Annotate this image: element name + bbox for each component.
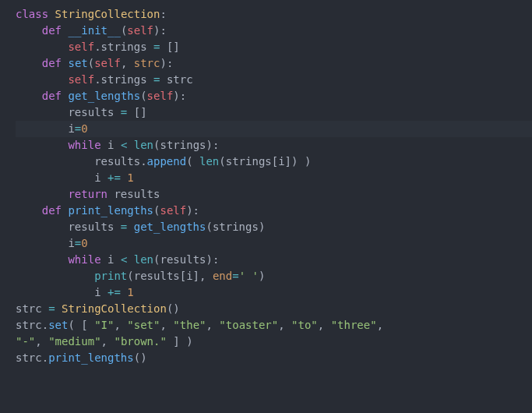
token-punct: results [107, 188, 160, 200]
token-punct: ): [160, 57, 173, 69]
token-kw: class [16, 8, 48, 20]
token-fn: print_lengths [48, 351, 134, 364]
token-builtin: len [199, 155, 219, 168]
token-punct [16, 24, 42, 37]
code-line[interactable]: i=0 [16, 121, 532, 137]
token-punct: : [160, 8, 166, 20]
code-line[interactable]: strc.set( [ "I", "set", "the", "toaster"… [16, 317, 532, 334]
token-builtin: len [134, 139, 153, 151]
token-punct: () [134, 351, 147, 364]
token-punct [16, 41, 68, 53]
code-line[interactable]: return results [16, 186, 532, 203]
token-op: = [232, 270, 238, 282]
token-punct [16, 139, 68, 151]
token-op: += [107, 171, 121, 184]
code-line[interactable]: results = get_lengths(strings) [16, 219, 532, 235]
code-line[interactable]: def __init__(self): [16, 23, 532, 39]
token-punct: (strings) [206, 221, 265, 233]
token-self: self [147, 90, 174, 102]
token-punct: () [167, 302, 180, 315]
token-punct: i [101, 253, 121, 266]
code-line[interactable]: def print_lengths(self): [16, 203, 532, 219]
token-punct: ( [186, 155, 199, 168]
token-self: self [160, 204, 186, 217]
token-param: end [213, 270, 232, 282]
token-str: ' ' [239, 270, 259, 282]
token-str: "the" [173, 319, 206, 331]
token-punct: [] [127, 106, 146, 118]
token-fn: get_lengths [134, 221, 206, 233]
token-punct: i [16, 122, 75, 135]
token-punct: strc. [16, 351, 48, 364]
token-punct: (strings[i]) ) [219, 155, 311, 168]
token-punct: i [16, 286, 107, 298]
token-fn: set [48, 319, 68, 331]
token-kw: def [42, 57, 62, 69]
token-self: self [68, 73, 94, 86]
code-editor[interactable]: class StringCollection: def __init__(sel… [0, 0, 532, 372]
token-str: "I" [94, 319, 114, 331]
code-line[interactable]: while i < len(strings): [16, 137, 532, 154]
token-str: "medium" [48, 335, 100, 348]
token-punct: , [278, 319, 291, 331]
token-punct: results [16, 106, 121, 118]
token-kw: def [42, 90, 62, 102]
token-punct [16, 188, 68, 200]
token-cls: StringCollection [62, 302, 167, 315]
token-punct [55, 302, 62, 315]
token-fn: get_lengths [68, 90, 140, 102]
token-param: 0 [81, 122, 87, 135]
token-punct [16, 204, 42, 217]
token-punct: , [377, 319, 383, 331]
code-line[interactable]: i += 1 [16, 170, 532, 186]
token-fn: set [68, 57, 87, 69]
token-kw: while [68, 253, 100, 266]
token-str: "-" [16, 335, 35, 348]
token-punct: (strings): [153, 139, 219, 151]
token-op: += [107, 286, 121, 298]
code-line[interactable]: while i < len(results): [16, 252, 532, 268]
token-punct: .strings [94, 73, 153, 86]
token-cls: StringCollection [55, 8, 160, 20]
token-self: self [68, 41, 94, 53]
token-param: 1 [127, 286, 133, 298]
code-line[interactable]: "-", "medium", "brown." ] ) [16, 334, 532, 350]
token-punct: , [318, 319, 331, 331]
code-line[interactable]: strc.print_lengths() [16, 350, 532, 366]
code-line[interactable]: results.append( len(strings[i]) ) [16, 154, 532, 170]
token-punct [48, 8, 55, 20]
token-kw: while [68, 139, 100, 151]
token-kw: return [68, 188, 107, 200]
token-fn: __init__ [68, 24, 120, 37]
token-builtin: len [134, 253, 153, 266]
token-punct: i [16, 171, 107, 184]
code-line[interactable]: self.strings = [] [16, 39, 532, 55]
code-line[interactable]: class StringCollection: [16, 6, 532, 23]
token-punct: [] [160, 41, 179, 53]
code-line[interactable]: def get_lengths(self): [16, 88, 532, 104]
token-str: "toaster" [219, 319, 278, 331]
code-line[interactable]: i=0 [16, 235, 532, 252]
token-str: "to" [291, 319, 318, 331]
code-line[interactable]: print(results[i], end=' ') [16, 268, 532, 284]
code-line[interactable]: i += 1 [16, 284, 532, 301]
token-punct: ( [140, 90, 146, 102]
code-line[interactable]: strc = StringCollection() [16, 301, 532, 317]
code-line[interactable]: self.strings = strc [16, 72, 532, 88]
token-str: "three" [331, 319, 377, 331]
token-punct [16, 253, 68, 266]
token-punct: ( [ [68, 319, 94, 331]
token-op: = [48, 302, 55, 315]
token-punct: , [121, 57, 134, 69]
token-punct [127, 221, 133, 233]
token-punct: ( [88, 57, 94, 69]
token-punct [16, 73, 68, 86]
code-line[interactable]: results = [] [16, 104, 532, 121]
token-punct [16, 57, 42, 69]
code-line[interactable]: def set(self, strc): [16, 55, 532, 72]
token-fn: print_lengths [68, 204, 153, 217]
token-punct: i [101, 139, 121, 151]
token-punct: results. [16, 155, 147, 168]
token-punct: ): [186, 204, 199, 217]
token-str: "set" [127, 319, 160, 331]
